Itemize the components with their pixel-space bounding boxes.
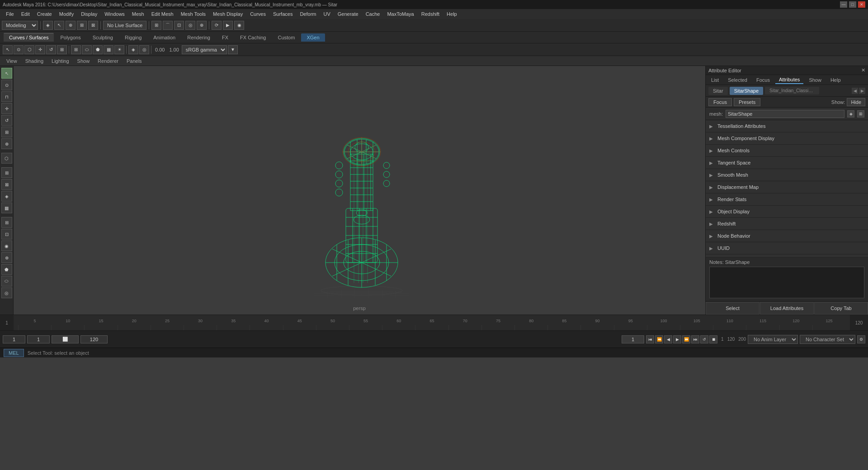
module-tab-animation[interactable]: Animation xyxy=(148,33,181,42)
close-btn[interactable]: ✕ xyxy=(858,1,865,8)
window-controls[interactable]: — □ ✕ xyxy=(840,1,865,8)
mel-btn[interactable]: MEL xyxy=(4,349,24,357)
view-btn-panels[interactable]: Panels xyxy=(123,57,146,65)
attr-tab-selected[interactable]: Selected xyxy=(724,76,751,84)
hide-btn[interactable]: Hide xyxy=(847,98,865,106)
tool-btn-3[interactable]: ⊕ xyxy=(66,21,75,30)
node-prev-btn[interactable]: ◀ xyxy=(852,88,858,94)
minimize-btn[interactable]: — xyxy=(840,1,847,8)
menu-item-curves[interactable]: Curves xyxy=(247,10,269,18)
range-end-input[interactable] xyxy=(80,335,108,343)
attr-tab-show[interactable]: Show xyxy=(805,76,825,84)
snap-grid-btn[interactable]: ⊞ xyxy=(151,21,161,30)
menu-item-mesh-display[interactable]: Mesh Display xyxy=(210,10,246,18)
view-btn-lighting[interactable]: Lighting xyxy=(48,57,73,65)
mesh-icon-btn1[interactable]: ◈ xyxy=(847,110,854,118)
module-tab-rendering[interactable]: Rendering xyxy=(182,33,216,42)
mesh-input[interactable] xyxy=(726,110,844,118)
attr-tab-focus[interactable]: Focus xyxy=(753,76,774,84)
menu-item-create[interactable]: Create xyxy=(34,10,55,18)
presets-btn[interactable]: Presets xyxy=(734,98,760,106)
tool-select[interactable]: ↖ xyxy=(3,45,13,54)
select-btn[interactable]: Select xyxy=(706,302,760,315)
anim-frame-input[interactable] xyxy=(622,335,644,343)
play-fwd-btn[interactable]: ▶ xyxy=(673,335,681,343)
univ-manip-btn[interactable]: ⊕ xyxy=(1,138,12,149)
tool-btn-1[interactable]: ◈ xyxy=(43,21,53,30)
snap-other-btn[interactable]: ⊕ xyxy=(197,21,207,30)
section-redshift-header[interactable]: ▶ Redshift xyxy=(706,218,868,230)
section-tessellation-header[interactable]: ▶ Tessellation Attributes xyxy=(706,120,868,132)
left-extra1[interactable]: ⊞ xyxy=(1,217,12,228)
menu-item-edit-mesh[interactable]: Edit Mesh xyxy=(148,10,177,18)
char-set-select[interactable]: No Character Set xyxy=(800,335,855,344)
left-extra4[interactable]: ⊕ xyxy=(1,252,12,263)
mode-dropdown[interactable]: Modeling xyxy=(2,21,38,30)
render-btn[interactable]: ▶ xyxy=(223,21,233,30)
module-tab-fx-caching[interactable]: FX Caching xyxy=(235,33,271,42)
tool-btn-5[interactable]: ⊠ xyxy=(88,21,98,30)
texture-btn[interactable]: ▦ xyxy=(104,45,113,54)
smooth-btn[interactable]: ⬭ xyxy=(82,45,92,54)
tool-paint[interactable]: ⬡ xyxy=(24,45,34,54)
menu-item-display[interactable]: Display xyxy=(78,10,100,18)
anim-layer-select[interactable]: No Anim Layer xyxy=(748,335,798,344)
history-btn[interactable]: ⟳ xyxy=(212,21,222,30)
view-btn-show[interactable]: Show xyxy=(74,57,94,65)
maximize-btn[interactable]: □ xyxy=(849,1,856,8)
menu-item-uv[interactable]: UV xyxy=(320,10,333,18)
play-prev-key-btn[interactable]: ⏪ xyxy=(655,335,663,343)
left-extra3[interactable]: ◉ xyxy=(1,240,12,251)
module-tab-rigging[interactable]: Rigging xyxy=(119,33,147,42)
play-stop-btn[interactable]: ⏹ xyxy=(709,335,717,343)
menu-item-file[interactable]: File xyxy=(3,10,17,18)
viewport[interactable]: persp xyxy=(14,66,705,315)
section-mesh-controls-header[interactable]: ▶ Mesh Controls xyxy=(706,145,868,156)
section-object-display-header[interactable]: ▶ Object Display xyxy=(706,206,868,217)
snap-view-btn[interactable]: ◎ xyxy=(185,21,195,30)
section-node-behavior-header[interactable]: ▶ Node Behavior xyxy=(706,230,868,242)
play-end-btn[interactable]: ⏭ xyxy=(691,335,699,343)
move-btn[interactable]: ✛ xyxy=(1,103,12,114)
menu-item-mesh[interactable]: Mesh xyxy=(129,10,147,18)
soft-select-btn[interactable]: ⬡ xyxy=(1,153,12,164)
tool-scale[interactable]: ⊞ xyxy=(57,45,67,54)
xray-btn[interactable]: ◎ xyxy=(139,45,149,54)
tool-move[interactable]: ✛ xyxy=(35,45,45,54)
mesh-icon-btn2[interactable]: ⊞ xyxy=(857,110,864,118)
xform-btn[interactable]: ⊠ xyxy=(1,179,12,190)
section-uuid-header[interactable]: ▶ UUID xyxy=(706,242,868,254)
rotate-btn[interactable]: ↺ xyxy=(1,115,12,126)
menu-item-mesh-tools[interactable]: Mesh Tools xyxy=(178,10,209,18)
menu-item-edit[interactable]: Edit xyxy=(18,10,33,18)
settings-btn[interactable]: ⚙ xyxy=(857,335,865,343)
ipr-btn[interactable]: ◉ xyxy=(234,21,244,30)
wireframe-btn[interactable]: ⊞ xyxy=(71,45,81,54)
module-tab-curves---surfaces[interactable]: Curves / Surfaces xyxy=(4,33,54,42)
section-smooth-header[interactable]: ▶ Smooth Mesh xyxy=(706,169,868,181)
menu-item-help[interactable]: Help xyxy=(443,10,460,18)
iso-btn[interactable]: ◈ xyxy=(128,45,138,54)
left-extra2[interactable]: ⊡ xyxy=(1,229,12,240)
attr-tab-attributes[interactable]: Attributes xyxy=(775,76,803,84)
gamma-select[interactable]: sRGB gamma xyxy=(182,45,227,54)
menu-item-surfaces[interactable]: Surfaces xyxy=(270,10,296,18)
view-btn-shading[interactable]: Shading xyxy=(22,57,47,65)
tool-lasso[interactable]: ⊙ xyxy=(14,45,24,54)
menu-item-maxtomaya[interactable]: MaxToMaya xyxy=(384,10,417,18)
select-tool-btn[interactable]: ↖ xyxy=(1,68,12,79)
tool-rotate[interactable]: ↺ xyxy=(46,45,56,54)
menu-item-windows[interactable]: Windows xyxy=(101,10,128,18)
module-tab-xgen[interactable]: XGen xyxy=(301,33,325,42)
no-live-surface-btn[interactable]: No Live Surface xyxy=(103,21,146,30)
menu-item-redshift[interactable]: Redshift xyxy=(418,10,443,18)
frame-start-input[interactable] xyxy=(3,335,25,343)
module-tab-polygons[interactable]: Polygons xyxy=(55,33,86,42)
tool-btn-2[interactable]: ↖ xyxy=(54,21,64,30)
section-mesh-component-header[interactable]: ▶ Mesh Component Display xyxy=(706,132,868,144)
flat-btn[interactable]: ⬟ xyxy=(93,45,103,54)
section-tangent-header[interactable]: ▶ Tangent Space xyxy=(706,157,868,169)
play-loop-btn[interactable]: ↺ xyxy=(700,335,708,343)
snap-curve-btn[interactable]: ⌒ xyxy=(163,21,173,30)
light-btn[interactable]: ☀ xyxy=(114,45,124,54)
